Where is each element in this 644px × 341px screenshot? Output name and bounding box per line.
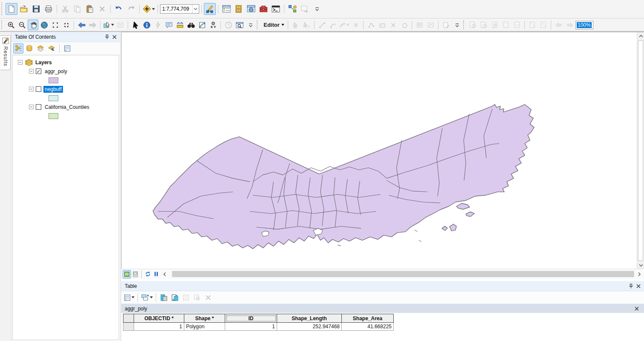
column-header-id[interactable]: ID <box>225 314 277 323</box>
edit-tool[interactable] <box>290 20 301 30</box>
list-by-source-button[interactable] <box>24 43 34 54</box>
toolbar-options-button[interactable] <box>245 20 256 30</box>
search-window-button[interactable] <box>245 3 257 15</box>
clear-selected-features-button[interactable] <box>115 20 126 30</box>
toolbar-grip[interactable] <box>1 3 4 15</box>
select-elements-tool[interactable] <box>130 20 141 30</box>
reshape-feature-tool[interactable] <box>377 20 387 30</box>
html-popup-tool[interactable] <box>163 20 174 30</box>
add-data-button[interactable] <box>142 3 155 15</box>
create-features-button[interactable] <box>441 20 451 30</box>
attributes-button[interactable] <box>414 20 425 30</box>
find-tool[interactable] <box>186 20 196 30</box>
layout-forward-extent-button[interactable] <box>564 20 575 30</box>
create-viewer-window-button[interactable] <box>234 20 245 30</box>
table-tab-aggr-poly[interactable]: aggr_poly <box>125 306 633 312</box>
column-header-shape[interactable]: Shape * <box>184 314 225 323</box>
clear-selection-button[interactable] <box>181 293 191 303</box>
horizontal-scroll-thumb[interactable] <box>172 271 634 277</box>
sketch-properties-button[interactable] <box>425 20 436 30</box>
scroll-right-arrow[interactable] <box>635 272 644 276</box>
row-selector-cell[interactable] <box>123 323 134 331</box>
toolbar-options-button[interactable] <box>452 20 462 30</box>
map-canvas[interactable] <box>122 32 637 269</box>
pause-drawing-button[interactable] <box>152 270 160 278</box>
arctoolbox-window-button[interactable] <box>258 3 269 15</box>
column-header-shape-length[interactable]: Shape_Length <box>277 314 342 323</box>
copy-button[interactable] <box>72 3 83 15</box>
zoom-out-tool[interactable] <box>17 20 27 30</box>
modelbuilder-window-button[interactable] <box>286 3 298 15</box>
map-scale-combo[interactable] <box>160 4 199 14</box>
legend-swatch-aggr-poly[interactable] <box>49 77 58 83</box>
collapse-expander-icon[interactable] <box>18 60 23 65</box>
delete-button[interactable] <box>96 3 108 15</box>
editor-menu-button[interactable]: Editor <box>261 20 286 30</box>
point-intersection-tool[interactable] <box>350 20 361 30</box>
switch-selection-button[interactable] <box>170 293 180 303</box>
table-tab-close-button[interactable] <box>633 305 641 313</box>
related-tables-button[interactable] <box>140 293 153 303</box>
cell-shape-length[interactable]: 252.947468 <box>277 323 342 331</box>
legend-row-negbuff[interactable] <box>13 94 119 102</box>
go-to-xy-tool[interactable]: XY <box>208 20 218 30</box>
toc-close-button[interactable] <box>111 33 118 41</box>
list-by-selection-button[interactable] <box>46 43 57 54</box>
zoom-to-selected-button[interactable] <box>192 293 202 303</box>
legend-swatch-negbuff[interactable] <box>49 95 58 101</box>
paste-button[interactable] <box>84 3 96 15</box>
print-button[interactable] <box>43 3 54 15</box>
toc-pin-button[interactable] <box>103 33 111 41</box>
toolbar-options-button[interactable] <box>311 3 323 15</box>
fixed-zoom-out-button[interactable] <box>61 20 72 30</box>
layout-back-extent-button[interactable] <box>553 20 564 30</box>
row-selector-header[interactable] <box>123 314 134 323</box>
refresh-view-button[interactable] <box>143 270 152 278</box>
legend-row-aggr-poly[interactable] <box>13 76 119 85</box>
table-close-button[interactable] <box>635 282 642 290</box>
layer-row-california-counties[interactable]: California_Counties <box>13 102 119 111</box>
layer-checkbox-unchecked[interactable] <box>36 104 41 110</box>
zoom-in-tool[interactable] <box>6 20 16 30</box>
scroll-up-arrow[interactable] <box>637 32 644 40</box>
editor-toolbar-toggle[interactable] <box>204 3 216 15</box>
column-header-objectid[interactable]: OBJECTID * <box>134 314 184 323</box>
layer-name-negbuff[interactable]: negbuff <box>43 86 63 93</box>
scroll-left-arrow[interactable] <box>160 272 169 276</box>
layout-fixed-zoom-out-button[interactable] <box>538 20 549 30</box>
toc-root-layers[interactable]: Layers <box>13 58 119 67</box>
hyperlink-tool[interactable] <box>152 20 163 30</box>
map-vertical-scrollbar[interactable] <box>637 32 644 269</box>
layer-row-aggr-poly[interactable]: ✓ aggr_poly <box>13 67 119 76</box>
layout-pan-tool[interactable] <box>489 20 500 30</box>
full-extent-button[interactable] <box>39 20 49 30</box>
fixed-zoom-in-button[interactable] <box>50 20 60 30</box>
table-pin-button[interactable] <box>627 282 635 290</box>
collapse-expander-icon[interactable] <box>29 105 34 109</box>
cell-objectid[interactable]: 1 <box>134 323 184 331</box>
redo-button[interactable] <box>125 3 137 15</box>
cut-polygons-tool[interactable] <box>388 20 398 30</box>
list-by-drawing-order-button[interactable] <box>13 43 23 54</box>
save-button[interactable] <box>30 3 42 15</box>
column-header-shape-area[interactable]: Shape_Area <box>342 314 394 323</box>
catalog-window-button[interactable] <box>233 3 245 15</box>
layout-view-button[interactable] <box>131 270 140 278</box>
vertical-scroll-thumb[interactable] <box>638 40 643 261</box>
select-features-tool[interactable] <box>103 20 114 30</box>
scale-dropdown-button[interactable] <box>192 5 199 13</box>
map-horizontal-scrollbar[interactable] <box>172 270 635 278</box>
table-of-contents-window-button[interactable] <box>220 3 232 15</box>
layer-row-negbuff[interactable]: negbuff <box>13 85 119 94</box>
edit-annotation-tool[interactable]: A <box>301 20 312 30</box>
layout-toolbar-grip[interactable] <box>463 20 466 29</box>
layout-zoom-100-button[interactable]: 1:1 <box>512 20 522 30</box>
editor-toolbar-grip[interactable] <box>257 20 259 29</box>
layer-name-california-counties[interactable]: California_Counties <box>43 104 91 111</box>
layout-full-page-button[interactable] <box>501 20 511 30</box>
straight-segment-tool[interactable] <box>317 20 327 30</box>
trace-tool[interactable] <box>339 20 350 30</box>
layout-fixed-zoom-in-button[interactable] <box>527 20 538 30</box>
table-options-button[interactable] <box>123 293 135 303</box>
undo-button[interactable] <box>113 3 125 15</box>
